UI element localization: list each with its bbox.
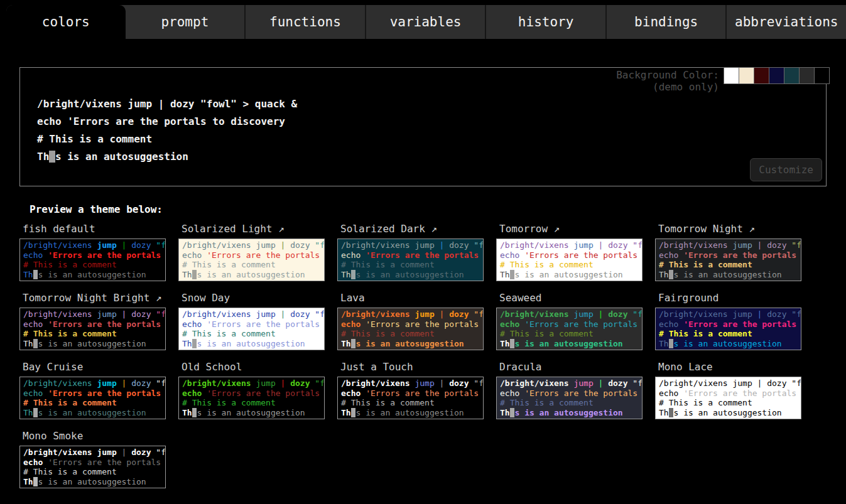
token-echo: echo — [659, 319, 683, 329]
tab-variables[interactable]: variables — [365, 5, 485, 39]
theme-card-mono-smoke[interactable]: Mono Smoke/bright/vixens jump | dozy "fo… — [19, 430, 166, 488]
tab-abbreviations[interactable]: abbreviations — [725, 5, 846, 39]
token-pipe: & — [291, 98, 298, 110]
token-pipe: | — [158, 98, 170, 110]
token-param: jump — [97, 378, 121, 388]
tab-colors[interactable]: colors — [6, 5, 126, 39]
theme-card-lava[interactable]: Lava/bright/vixens jump | dozy "fowl" > … — [337, 292, 484, 350]
tab-bindings[interactable]: bindings — [605, 5, 726, 39]
token-quote: "fowl" — [474, 240, 484, 250]
token-echo: echo — [500, 250, 524, 260]
theme-preview-solarized-light[interactable]: /bright/vixens jump | dozy "fowl" > quac… — [178, 239, 325, 281]
sample-line-2: echo 'Errors are the portals to discover… — [500, 319, 639, 330]
background-swatch-3[interactable] — [754, 67, 769, 84]
token-pipe: | — [281, 240, 291, 250]
token-path: /bright/vixens — [659, 378, 732, 388]
theme-card-snow-day[interactable]: Snow Day/bright/vixens jump | dozy "fowl… — [178, 292, 325, 350]
theme-card-just-a-touch[interactable]: Just a Touch/bright/vixens jump | dozy "… — [337, 361, 484, 419]
background-swatch-2[interactable] — [739, 67, 754, 84]
background-color-label-line2: (demo only) — [616, 81, 719, 93]
theme-preview-tomorrow[interactable]: /bright/vixens jump | dozy "fowl" > quac… — [496, 239, 643, 281]
sample-line-1: /bright/vixens jump | dozy "fowl" > quac… — [23, 448, 162, 458]
token-path: /bright/vixens — [341, 378, 415, 388]
sample-line-2: echo 'Errors are the portals to discover… — [23, 389, 162, 399]
token-quote: "fowl" — [791, 309, 801, 319]
theme-card-old-school[interactable]: Old School/bright/vixens jump | dozy "fo… — [178, 361, 325, 419]
tab-history[interactable]: history — [485, 5, 605, 39]
theme-card-fish-default[interactable]: fish default/bright/vixens jump | dozy "… — [19, 223, 166, 281]
token-input: Th — [500, 408, 510, 417]
theme-preview-mono-lace[interactable]: /bright/vixens jump | dozy "fowl" > quac… — [655, 377, 801, 419]
theme-card-bay-cruise[interactable]: Bay Cruise/bright/vixens jump | dozy "fo… — [19, 361, 166, 419]
token-param: jump — [256, 240, 280, 250]
sample-line-2: echo 'Errors are the portals to discover… — [659, 389, 798, 399]
theme-card-seaweed[interactable]: Seaweed/bright/vixens jump | dozy "fowl"… — [496, 292, 643, 350]
theme-preview-bay-cruise[interactable]: /bright/vixens jump | dozy "fowl" > quac… — [19, 377, 166, 419]
theme-preview-tomorrow-night[interactable]: /bright/vixens jump | dozy "fowl" > quac… — [655, 239, 801, 281]
background-swatch-7[interactable] — [814, 67, 830, 84]
token-echo: echo — [23, 389, 48, 398]
background-swatch-5[interactable] — [784, 67, 800, 84]
theme-card-tomorrow-night[interactable]: Tomorrow Night ↗/bright/vixens jump | do… — [655, 223, 801, 281]
theme-title-solarized-light: Solarized Light ↗ — [182, 223, 325, 235]
theme-card-mono-lace[interactable]: Mono Lace/bright/vixens jump | dozy "fow… — [655, 361, 801, 419]
token-comment: # This is a comment — [23, 329, 117, 338]
sample-line-4: This is an autosuggestion — [182, 408, 321, 418]
theme-preview-lava[interactable]: /bright/vixens jump | dozy "fowl" > quac… — [337, 308, 484, 350]
background-color-label: Background Color: (demo only) — [616, 69, 719, 93]
token-error: 'Errors are the portals to discovery — [48, 319, 166, 329]
token-param: jump — [732, 378, 757, 388]
theme-preview-just-a-touch[interactable]: /bright/vixens jump | dozy "fowl" > quac… — [337, 377, 484, 419]
sample-line-3: # This is a comment — [23, 329, 162, 339]
token-suggestion: s is an autosuggestion — [197, 408, 305, 417]
token-path: /bright/vixens — [23, 309, 97, 319]
tab-prompt[interactable]: prompt — [126, 5, 245, 39]
token-pipe: > — [243, 98, 255, 110]
sample-line-2: echo 'Errors are the portals to discover… — [182, 389, 321, 399]
token-input: Th — [23, 339, 33, 348]
token-echo: echo — [23, 319, 48, 329]
token-param: jump — [573, 309, 598, 319]
token-error: 'Errors are the portals to discovery — [48, 250, 166, 260]
token-input: Th — [341, 339, 351, 348]
theme-card-dracula[interactable]: Dracula/bright/vixens jump | dozy "fowl"… — [496, 361, 643, 419]
tab-functions[interactable]: functions — [244, 5, 365, 39]
background-swatch-1[interactable] — [724, 67, 739, 84]
theme-preview-seaweed[interactable]: /bright/vixens jump | dozy "fowl" > quac… — [496, 308, 643, 350]
token-quote: "fowl" — [791, 240, 801, 250]
token-path: /bright/vixens — [341, 240, 415, 250]
theme-preview-mono-smoke[interactable]: /bright/vixens jump | dozy "fowl" > quac… — [19, 446, 166, 488]
token-dozy: dozy — [290, 378, 315, 388]
sample-line-3: # This is a comment — [659, 398, 798, 408]
theme-card-tomorrow-night-bright[interactable]: Tomorrow Night Bright ↗/bright/vixens ju… — [19, 292, 166, 350]
sample-line-3: # This is a comment — [659, 260, 798, 270]
sample-line-3: # This is a comment — [182, 398, 321, 408]
theme-preview-fish-default[interactable]: /bright/vixens jump | dozy "fowl" > quac… — [19, 239, 166, 281]
token-error: 'Errors are the portals to discovery — [524, 319, 643, 329]
background-swatch-4[interactable] — [769, 67, 784, 84]
theme-preview-dracula[interactable]: /bright/vixens jump | dozy "fowl" > quac… — [496, 377, 643, 419]
theme-card-fairground[interactable]: Fairground/bright/vixens jump | dozy "fo… — [655, 292, 801, 350]
token-param: jump — [573, 240, 598, 250]
token-quote: "fowl" — [632, 378, 643, 388]
background-color-label-line1: Background Color: — [616, 69, 719, 81]
token-path: /bright/vixens — [23, 240, 97, 250]
sample-line-4: This is an autosuggestion — [182, 339, 321, 349]
sample-line-4: This is an autosuggestion — [659, 270, 798, 280]
theme-preview-tomorrow-night-bright[interactable]: /bright/vixens jump | dozy "fowl" > quac… — [19, 308, 166, 350]
token-comment: # This is a comment — [500, 398, 594, 407]
theme-preview-solarized-dark[interactable]: /bright/vixens jump | dozy "fowl" > quac… — [337, 239, 484, 281]
theme-preview-fairground[interactable]: /bright/vixens jump | dozy "fowl" > quac… — [655, 308, 801, 350]
customize-button[interactable]: Customize — [750, 158, 822, 181]
token-param: jump — [415, 378, 439, 388]
theme-preview-old-school[interactable]: /bright/vixens jump | dozy "fowl" > quac… — [178, 377, 325, 419]
token-input: Th — [23, 477, 33, 486]
theme-card-solarized-light[interactable]: Solarized Light ↗/bright/vixens jump | d… — [178, 223, 325, 281]
theme-preview-snow-day[interactable]: /bright/vixens jump | dozy "fowl" > quac… — [178, 308, 325, 350]
background-swatch-6[interactable] — [799, 67, 815, 84]
token-echo: echo — [341, 250, 366, 260]
theme-card-solarized-dark[interactable]: Solarized Dark ↗/bright/vixens jump | do… — [337, 223, 484, 281]
sample-line-1: /bright/vixens jump | dozy "fowl" > quac… — [341, 240, 480, 250]
theme-card-tomorrow[interactable]: Tomorrow ↗/bright/vixens jump | dozy "fo… — [496, 223, 643, 281]
sample-line-1: /bright/vixens jump | dozy "fowl" > quac… — [341, 309, 480, 319]
